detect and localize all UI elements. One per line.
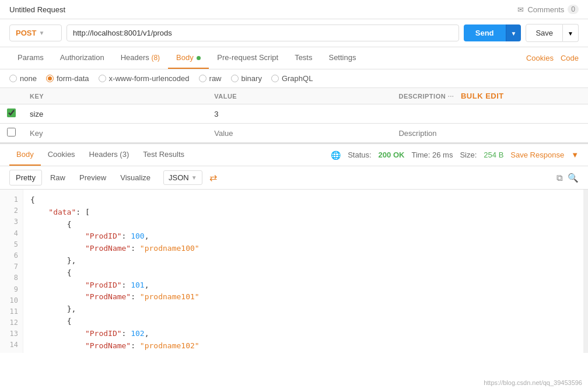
bulk-edit-button[interactable]: Bulk Edit	[461, 92, 504, 100]
form-data-table-wrapper: KEY VALUE DESCRIPTION ··· Bulk Edit	[0, 88, 588, 143]
empty-desc-input[interactable]	[398, 129, 581, 138]
method-chevron-icon: ▼	[38, 30, 44, 36]
response-status-bar: 🌐 Status: 200 OK Time: 26 ms Size: 254 B…	[331, 150, 579, 160]
save-btn-group: Save ▼	[526, 24, 579, 42]
save-button[interactable]: Save	[526, 24, 563, 42]
tab-body[interactable]: Body	[168, 47, 209, 69]
title-bar-left: Untitled Request	[9, 5, 65, 14]
radio-form-data	[46, 75, 54, 82]
code-link[interactable]: Code	[561, 54, 579, 62]
wrap-icon[interactable]: ⇄	[209, 172, 217, 183]
code-block: 1 2 3 4 5 6 7 8 9 10 11 12 13 14 15 16 {…	[0, 190, 588, 353]
empty-key-input[interactable]	[30, 129, 200, 138]
save-dropdown-button[interactable]: ▼	[563, 24, 579, 42]
response-section: Body Cookies Headers (3) Test Results 🌐 …	[0, 143, 588, 353]
resp-body-tab-raw[interactable]: Raw	[44, 170, 71, 185]
resp-body-tab-pretty[interactable]: Pretty	[9, 170, 42, 186]
resp-tab-cookies[interactable]: Cookies	[41, 144, 82, 166]
row-desc-cell	[391, 104, 588, 124]
comments-icon: ✉	[517, 5, 524, 14]
comments-count: 0	[568, 5, 579, 14]
code-line-1: {	[30, 194, 576, 206]
code-line-2: "data": [	[30, 206, 576, 219]
json-format-value: JSON	[169, 173, 189, 182]
send-btn-group: Send ▼	[464, 24, 522, 41]
code-line-6: },	[30, 255, 576, 267]
empty-checkbox[interactable]	[7, 128, 16, 136]
status-value: 200 OK	[379, 150, 405, 159]
code-line-14: }	[30, 352, 576, 353]
row-key-cell	[23, 104, 207, 124]
radio-binary	[231, 75, 239, 82]
request-tabs: Params Authorization Headers (8) Body Pr…	[0, 47, 588, 69]
empty-key-cell	[23, 124, 207, 143]
code-line-4: "ProdID": 100,	[30, 230, 576, 243]
tab-settings[interactable]: Settings	[320, 47, 364, 69]
title-text: Untitled Request	[9, 5, 65, 14]
empty-value-cell	[207, 124, 391, 143]
title-bar-right: ✉ Comments 0	[517, 5, 579, 14]
time-label: Time: 26 ms	[411, 150, 453, 159]
tab-tests[interactable]: Tests	[286, 47, 320, 69]
tab-params[interactable]: Params	[9, 47, 52, 69]
tab-headers[interactable]: Headers (8)	[113, 47, 168, 69]
send-button[interactable]: Send	[464, 24, 506, 41]
tab-pre-request-script[interactable]: Pre-request Script	[209, 47, 286, 69]
code-line-7: {	[30, 267, 576, 279]
save-response-button[interactable]: Save Response	[510, 150, 564, 159]
body-type-raw[interactable]: raw	[199, 74, 222, 83]
tab-authorization[interactable]: Authorization	[52, 47, 113, 69]
search-icon[interactable]: 🔍	[568, 173, 579, 183]
body-type-graphql[interactable]: GraphQL	[271, 74, 313, 83]
body-type-urlencoded[interactable]: x-www-form-urlencoded	[99, 74, 190, 83]
th-description: DESCRIPTION ··· Bulk Edit	[391, 88, 588, 104]
code-line-13: "ProdName": "prodname102"	[30, 340, 576, 352]
url-bar: POST ▼ Send ▼ Save ▼	[0, 19, 588, 47]
body-type-binary[interactable]: binary	[231, 74, 262, 83]
code-line-12: "ProdID": 102,	[30, 328, 576, 340]
body-type-form-data[interactable]: form-data	[46, 74, 89, 83]
radio-none	[9, 75, 17, 82]
code-content: { "data": [ { "ProdID": 100, "ProdName":…	[23, 190, 583, 353]
title-bar: Untitled Request ✉ Comments 0	[0, 0, 588, 19]
empty-desc-cell	[391, 124, 588, 143]
resp-body-tab-visualize[interactable]: Visualize	[114, 170, 156, 185]
response-body-toolbar: Pretty Raw Preview Visualize JSON ▼ ⇄ ⧉ …	[0, 166, 588, 190]
resp-body-tab-preview[interactable]: Preview	[74, 170, 112, 185]
body-type-none[interactable]: none	[9, 74, 37, 83]
row-key-input[interactable]	[30, 110, 200, 118]
send-dropdown-button[interactable]: ▼	[506, 24, 522, 41]
resp-tab-headers[interactable]: Headers (3)	[82, 144, 136, 166]
save-response-dropdown-icon[interactable]: ▼	[571, 150, 579, 159]
method-select[interactable]: POST ▼	[9, 24, 62, 41]
row-value-input[interactable]	[214, 110, 384, 118]
globe-icon: 🌐	[331, 150, 341, 160]
code-line-8: "ProdID": 101,	[30, 279, 576, 292]
cookies-link[interactable]: Cookies	[526, 54, 554, 62]
three-dots-icon[interactable]: ···	[448, 93, 454, 100]
radio-graphql	[271, 75, 279, 82]
resp-tab-body[interactable]: Body	[9, 144, 41, 166]
radio-raw	[199, 75, 206, 82]
scrollbar-track[interactable]	[583, 190, 588, 353]
json-format-select[interactable]: JSON ▼	[163, 170, 202, 185]
empty-checkbox-cell	[0, 124, 23, 143]
response-tabs-bar: Body Cookies Headers (3) Test Results 🌐 …	[0, 144, 588, 166]
json-format-chevron-icon: ▼	[191, 174, 197, 181]
copy-icon[interactable]: ⧉	[556, 173, 563, 183]
send-dropdown-icon: ▼	[511, 30, 517, 37]
size-value: 254 B	[484, 150, 503, 159]
code-line-9: "ProdName": "prodname101"	[30, 291, 576, 303]
url-input[interactable]	[66, 24, 459, 41]
empty-value-input[interactable]	[214, 129, 384, 138]
size-label: Size:	[460, 150, 477, 159]
top-right-links: Cookies Code	[526, 54, 579, 62]
th-checkbox	[0, 88, 23, 104]
line-numbers: 1 2 3 4 5 6 7 8 9 10 11 12 13 14 15 16	[0, 190, 23, 353]
code-line-3: {	[30, 219, 576, 231]
method-value: POST	[16, 29, 36, 37]
resp-tab-test-results[interactable]: Test Results	[136, 144, 191, 166]
row-desc-input[interactable]	[398, 110, 581, 118]
code-line-11: {	[30, 316, 576, 328]
row-checkbox[interactable]	[7, 108, 16, 117]
